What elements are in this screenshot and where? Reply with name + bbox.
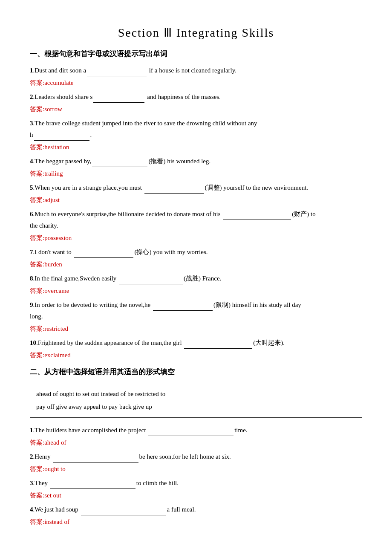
p2-question-1: 1.The builders have accomplished the pro… (30, 425, 362, 436)
q1-num: 1 (30, 67, 33, 74)
p2-q3-answer: 答案:set out (30, 491, 362, 500)
p2-q3-blank (50, 489, 135, 489)
q4-num: 4 (30, 158, 33, 165)
p2-q1-answer: 答案:ahead of (30, 439, 362, 447)
q5-answer: 答案:adjust (30, 196, 362, 204)
phrase-box: ahead of ought to set out instead of be … (30, 383, 362, 418)
q9-blank (153, 310, 213, 311)
q8-answer: 答案:overcame (30, 287, 362, 295)
page-title: Section Ⅲ Integrating Skills (30, 26, 362, 40)
q6-answer: 答案:possession (30, 234, 362, 242)
p2-q2-num: 2 (30, 453, 33, 460)
question-8: 8.In the final game,Sweden easily (战胜) F… (30, 273, 362, 284)
p2-q1-blank (148, 436, 233, 436)
question-2: 2.Leaders should share s and happiness o… (30, 91, 362, 103)
q6-blank (223, 220, 291, 220)
question-3: 3.The brave college student jumped into … (30, 118, 362, 141)
q4-answer: 答案:trailing (30, 170, 362, 178)
p2-q4-answer: 答案:instead of (30, 518, 362, 526)
q9-num: 9 (30, 301, 33, 308)
p2-question-2: 2.Henry be here soon,for he left home at… (30, 451, 362, 462)
q7-num: 7 (30, 249, 33, 255)
p2-question-4: 4.We just had soup a full meal. (30, 504, 362, 515)
question-5: 5.When you are in a strange place,you mu… (30, 182, 362, 194)
q7-blank (74, 257, 133, 258)
question-9: 9.In order to be devoted to writing the … (30, 299, 362, 322)
q7-answer: 答案:burden (30, 260, 362, 269)
q10-answer: 答案:exclaimed (30, 351, 362, 359)
q2-answer: 答案:sorrow (30, 105, 362, 113)
q5-num: 5 (30, 184, 33, 191)
part2-header: 二、从方框中选择短语并用其适当的形式填空 (30, 367, 362, 377)
q3-blank (34, 140, 89, 141)
question-10: 10.Frightened by the sudden appearance o… (30, 337, 362, 349)
p2-q3-num: 3 (30, 480, 33, 486)
p2-q4-num: 4 (30, 506, 33, 513)
q8-blank (119, 284, 183, 284)
q2-blank (93, 102, 144, 103)
q6-num: 6 (30, 211, 33, 217)
q3-answer: 答案:hesitation (30, 143, 362, 151)
question-7: 7.I don't want to (操心) you with my worri… (30, 246, 362, 258)
p2-q4-blank (81, 515, 166, 515)
question-1: 1.Dust and dirt soon a if a house is not… (30, 65, 362, 76)
q5-blank (144, 193, 204, 194)
q10-blank (184, 348, 252, 349)
p2-q2-blank (53, 462, 138, 462)
p2-q1-num: 1 (30, 427, 33, 434)
p2-question-3: 3.They to climb the hill. (30, 477, 362, 489)
q1-blank (87, 76, 147, 76)
q4-blank (92, 167, 147, 167)
q3-num: 3 (30, 120, 33, 127)
part2-questions: 1.The builders have accomplished the pro… (30, 425, 362, 526)
q10-num: 10 (30, 339, 36, 346)
p2-q2-answer: 答案:ought to (30, 465, 362, 473)
box-line1: ahead of ought to set out instead of be … (36, 387, 356, 400)
q8-num: 8 (30, 275, 33, 282)
box-line2: pay off give away appeal to pay back giv… (36, 400, 356, 413)
q2-num: 2 (30, 93, 33, 100)
q9-answer: 答案:restricted (30, 325, 362, 333)
q1-answer: 答案:accumulate (30, 79, 362, 87)
question-6: 6.Much to everyone's surprise,the billio… (30, 208, 362, 231)
part1-header: 一、根据句意和首字母或汉语提示写出单词 (30, 49, 362, 59)
question-4: 4.The beggar passed by,(拖着) his wounded … (30, 156, 362, 167)
part1-questions: 1.Dust and dirt soon a if a house is not… (30, 65, 362, 359)
